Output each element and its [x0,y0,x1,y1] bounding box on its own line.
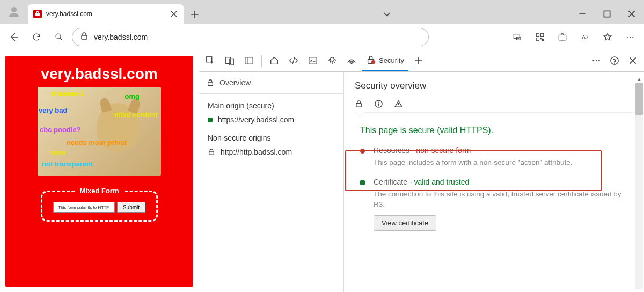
svg-point-22 [330,57,334,61]
svg-point-25 [371,60,375,64]
svg-point-23 [351,63,352,64]
scrollbar[interactable] [635,83,643,289]
main-origin-url: https://very.badssl.com [218,115,294,124]
webpage: very.badssl.com shaaaaa-1 omg very bad m… [0,50,199,292]
nonsecure-origin-item[interactable]: http://http.badssl.com [208,148,335,156]
browser-tab[interactable]: very.badssl.com [28,4,184,24]
screen-icon[interactable] [508,27,527,47]
network-tab-icon[interactable] [342,51,361,71]
maximize-button[interactable] [595,4,619,24]
svg-rect-11 [543,39,544,40]
security-tab-label: Security [379,56,404,64]
security-overview-title: Security overview [355,81,633,91]
more-tabs-button[interactable] [409,51,428,71]
warning-small-icon[interactable] [394,100,402,110]
page-heading: very.badssl.com [41,65,157,83]
back-button[interactable] [4,27,24,47]
devtools-tabstrip: Security [199,50,644,72]
site-info-icon[interactable] [80,32,89,42]
menu-button[interactable] [620,27,640,47]
svg-point-27 [596,60,597,61]
mixed-form-input[interactable] [53,202,115,213]
svg-rect-9 [536,38,539,40]
titlebar: very.badssl.com [0,0,644,24]
doge-text: cbc poodle? [40,126,81,134]
svg-rect-8 [541,33,544,36]
close-window-button[interactable] [619,4,644,24]
mixed-form-legend: Mixed Form [76,187,123,195]
address-bar[interactable]: very.badssl.com [72,28,429,46]
doge-text: wow [50,148,65,156]
svg-rect-4 [82,35,87,39]
mixed-form-submit[interactable]: Submit [117,202,145,213]
doge-text: shaaaaa-1 [50,89,84,97]
svg-rect-12 [559,35,566,40]
security-sidebar: Overview Main origin (secure) https://ve… [199,72,344,292]
svg-point-26 [592,60,594,61]
profile-button[interactable] [0,0,28,24]
svg-point-0 [11,7,17,12]
inspect-icon[interactable] [201,51,219,71]
svg-rect-31 [208,82,213,85]
svg-rect-7 [536,33,539,36]
view-certificate-button[interactable]: View certificate [374,215,436,231]
mixed-form-box: Mixed Form Submit [41,191,158,222]
svg-point-28 [598,60,600,61]
svg-rect-18 [226,57,231,63]
highlight-box [345,150,602,191]
security-overview-pane: Security overview This page is secure (v… [344,72,644,292]
browser-toolbar: very.badssl.com A [0,24,644,50]
svg-point-16 [632,36,633,37]
search-button[interactable] [49,27,69,47]
overview-label: Overview [219,78,251,87]
favorites-icon[interactable] [598,27,617,47]
svg-rect-10 [541,38,542,39]
minimize-button[interactable] [570,4,595,24]
nonsecure-origin-url: http://http.badssl.com [221,148,292,156]
svg-point-3 [56,34,61,39]
security-tab[interactable]: Security [362,51,408,71]
elements-tab-icon[interactable] [284,51,303,71]
certificate-desc: The connection to this site is using a v… [374,189,633,210]
devtools-menu[interactable] [587,51,605,71]
tab-title: very.badssl.com [46,10,165,18]
tab-actions-button[interactable] [375,4,399,24]
svg-text:A: A [582,33,586,40]
doge-image: shaaaaa-1 omg very bad mixd content cbc … [38,87,161,176]
device-icon[interactable] [221,51,239,71]
lock-warning-icon [33,10,42,18]
svg-rect-19 [229,59,233,65]
overview-item[interactable]: Overview [199,72,343,94]
help-icon[interactable] [605,51,624,71]
url-text: very.badssl.com [94,33,148,41]
svg-point-30 [614,63,614,63]
sources-tab-icon[interactable] [323,51,341,71]
main-origin-item[interactable]: https://very.badssl.com [208,115,335,124]
doge-text: mixd content [114,111,158,119]
console-tab-icon[interactable] [304,51,322,71]
main-origin-label: Main origin (secure) [208,101,335,110]
doge-text: very bad [39,106,67,114]
scrollbar-thumb[interactable] [635,83,643,115]
qr-icon[interactable] [530,27,550,47]
content-area: very.badssl.com shaaaaa-1 omg very bad m… [0,50,644,292]
doge-text: needs moar privat [67,138,127,147]
welcome-tab-icon[interactable] [265,51,283,71]
info-small-icon[interactable] [375,100,383,110]
briefcase-icon[interactable] [553,27,572,47]
new-tab-button[interactable] [186,5,204,24]
close-tab-button[interactable] [170,10,178,18]
panel-icon[interactable] [240,51,258,71]
svg-rect-33 [356,104,361,107]
scroll-up-arrow[interactable]: ▲ [635,75,643,83]
svg-point-15 [630,36,631,37]
svg-rect-21 [309,57,317,64]
svg-rect-1 [35,13,40,16]
close-devtools-button[interactable] [624,51,642,71]
refresh-button[interactable] [27,27,46,47]
secure-message: This page is secure (valid HTTPS). [360,126,633,135]
doge-text: not transparent [42,160,93,168]
read-aloud-icon[interactable]: A [575,27,595,47]
svg-point-14 [627,36,628,37]
doge-text: omg [125,92,140,100]
